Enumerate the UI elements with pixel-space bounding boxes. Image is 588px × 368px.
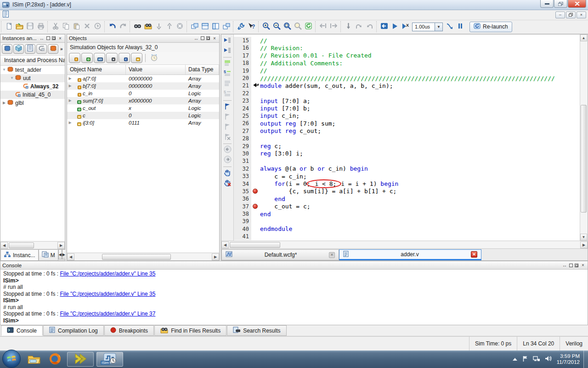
uncomment-button[interactable]: 5 [222, 69, 232, 79]
nav-back-button[interactable] [222, 145, 232, 155]
line-marker-gutter[interactable] [251, 150, 259, 157]
sim-time-combo[interactable]: 1.00us▼ [412, 23, 443, 31]
taskbar-button-ise[interactable] [67, 352, 94, 367]
dock-icon[interactable] [575, 264, 578, 267]
console-file-link[interactable]: File "C:/projects/adder/adder.v" Line 35 [60, 291, 155, 297]
line-marker-gutter[interactable] [251, 225, 259, 233]
objects-hscrollbar[interactable]: ◀▶ [67, 253, 219, 260]
float-icon[interactable]: ↔ [193, 36, 199, 41]
line-marker-gutter[interactable] [251, 202, 259, 210]
line-number[interactable]: 39 [234, 218, 251, 225]
pan-hand-button[interactable] [222, 168, 232, 178]
bookmark-next-button[interactable] [222, 112, 232, 122]
line-number[interactable]: 26 [234, 120, 251, 127]
step-return-button[interactable] [354, 22, 364, 32]
select-button[interactable] [92, 22, 103, 32]
line-number[interactable]: 18 [234, 59, 251, 67]
step-button[interactable] [444, 22, 455, 32]
maximize-icon[interactable] [201, 36, 204, 40]
line-number[interactable]: 16 [234, 44, 251, 52]
step-over-button[interactable] [364, 22, 375, 32]
tray-expand-button[interactable] [512, 356, 518, 362]
zoom-out-button[interactable] [271, 22, 282, 32]
filter-constant-button[interactable]: C [119, 53, 130, 63]
chip-blue-button[interactable] [2, 44, 12, 54]
object-row[interactable]: ▶Ia[7:0]00000000Array [67, 75, 219, 82]
object-row[interactable]: wc0Logic [67, 112, 219, 119]
tile-h-button[interactable] [200, 22, 210, 32]
line-marker-gutter[interactable] [251, 218, 259, 225]
redo-button[interactable] [118, 22, 128, 32]
float-icon[interactable]: ↔ [39, 36, 45, 41]
line-number[interactable]: 15 [234, 37, 251, 44]
editor-hscrollbar[interactable]: ◀▶ [221, 241, 588, 248]
code-editor[interactable]: 15//16// Revision:17// Revision 0.01 - F… [234, 34, 580, 241]
process-reload-button[interactable] [36, 44, 47, 54]
filter-variable-button[interactable]: w [131, 53, 142, 63]
line-marker-gutter[interactable] [251, 188, 259, 195]
zoom-in-button[interactable] [261, 22, 271, 32]
copy-button[interactable] [61, 22, 71, 32]
line-number[interactable]: 27 [234, 127, 251, 135]
toolbar-overflow-chevron[interactable]: » [60, 46, 63, 52]
line-number[interactable]: 34 [234, 180, 251, 187]
sim-time-value[interactable]: 1.00us [412, 23, 435, 31]
line-number[interactable]: 30 [234, 150, 251, 157]
uncomment-gray-button[interactable]: 5 [222, 89, 232, 99]
editor-tab-default-wcfg-[interactable]: Default.wcfg*✕ [221, 249, 339, 260]
help-pointer-button[interactable]: ? [246, 22, 257, 32]
line-marker-gutter[interactable] [251, 37, 259, 44]
tree-expander[interactable]: ▶ [1, 101, 7, 105]
taskbar-button-firefox[interactable] [47, 352, 63, 366]
pause-button[interactable] [455, 22, 465, 32]
line-marker-gutter[interactable] [251, 142, 259, 150]
zoom-full-button[interactable] [282, 22, 293, 32]
close-button[interactable] [568, 0, 586, 8]
line-number[interactable]: 19 [234, 67, 251, 74]
line-number[interactable]: 25 [234, 112, 251, 120]
editor-tab-adder-v[interactable]: adder.v✕ [339, 249, 481, 260]
line-number[interactable]: 41 [234, 233, 251, 240]
bookmark-button[interactable] [222, 102, 232, 112]
line-marker-gutter[interactable] [251, 44, 259, 52]
find-button[interactable] [132, 22, 143, 32]
tree-item-initial_45_0[interactable]: Initial_45_0 [0, 91, 65, 99]
relaunch-button[interactable]: Re-launch [469, 22, 512, 32]
tab-search-results[interactable]: Search Results [227, 325, 286, 336]
line-number[interactable]: 28 [234, 135, 251, 142]
tab-find-in-files-results[interactable]: Find in Files Results [154, 325, 226, 336]
bookmark-clear-button[interactable] [222, 132, 232, 142]
filter-inout-button[interactable]: I/O [94, 53, 105, 63]
line-marker-gutter[interactable] [251, 172, 259, 180]
filter-input-button[interactable]: I [69, 53, 80, 63]
arrow-down-button[interactable] [153, 22, 164, 32]
console-file-link[interactable]: File "C:/projects/adder/adder.v" Line 37 [60, 310, 155, 317]
taskbar-button-explorer[interactable] [26, 352, 42, 366]
row-expander[interactable]: ▶ [67, 76, 73, 80]
wrench-button[interactable] [236, 22, 246, 32]
line-number[interactable]: 32 [234, 165, 251, 172]
zoom-off-button[interactable] [293, 22, 303, 32]
dock-icon[interactable] [206, 36, 210, 40]
row-expander[interactable]: ▶ [67, 84, 73, 88]
close-panel-icon[interactable]: × [57, 36, 63, 41]
maximize-icon[interactable] [46, 36, 50, 40]
breakpoint-marker[interactable] [253, 189, 258, 194]
float-icon[interactable]: ↔ [562, 263, 567, 268]
line-number[interactable]: 29 [234, 142, 251, 150]
tree-item-always_32[interactable]: Always_32 [0, 82, 65, 91]
tile-v-button[interactable] [210, 22, 221, 32]
tray-flag-button[interactable] [522, 356, 528, 363]
line-marker-gutter[interactable] [251, 59, 259, 67]
line-number[interactable]: 31 [234, 157, 251, 165]
indent-left-button[interactable] [222, 36, 232, 46]
line-marker-gutter[interactable] [251, 104, 259, 112]
stop-button[interactable] [175, 22, 185, 32]
combo-dropdown-button[interactable]: ▼ [435, 23, 443, 31]
tab-console[interactable]: Console [1, 325, 43, 336]
tray-network-button[interactable] [533, 356, 540, 363]
dock-icon[interactable] [52, 36, 56, 40]
col-value[interactable]: Value [126, 65, 186, 75]
cube-button[interactable] [13, 44, 24, 54]
taskbar-clock[interactable]: 3:59 PM11/7/2012 [557, 353, 582, 365]
